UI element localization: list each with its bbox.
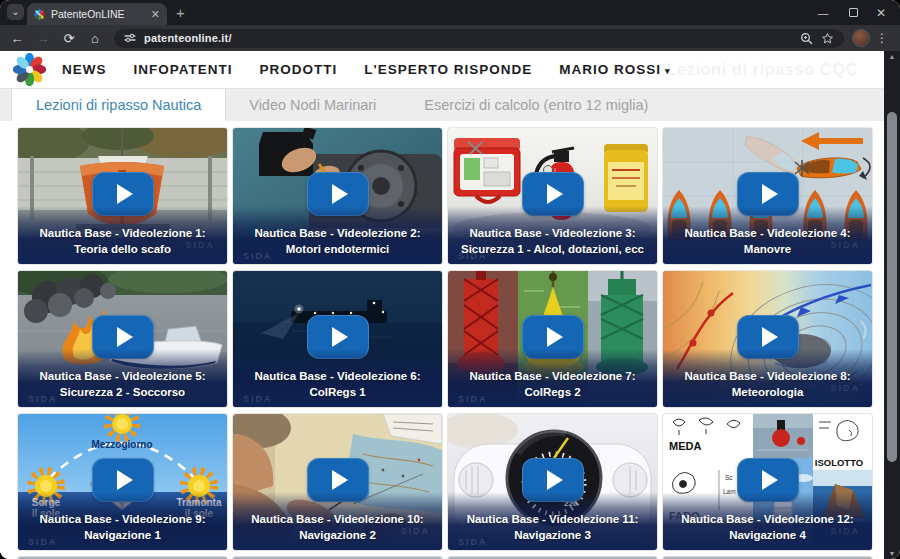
video-caption: Nautica Base - Videolezione 4:Manovre bbox=[663, 206, 872, 264]
video-caption: Nautica Base - Videolezione 8:Meteorolog… bbox=[663, 349, 872, 407]
video-caption: Nautica Base - Videolezione 12:Navigazio… bbox=[663, 492, 872, 550]
video-card-8[interactable]: Nautica Base - Videolezione 8:Meteorolog… bbox=[663, 271, 872, 407]
scrollbar-thumb[interactable] bbox=[887, 112, 897, 462]
user-menu-label: MARIO ROSSI bbox=[559, 62, 661, 77]
tab-esercizi-calcolo[interactable]: Esercizi di calcolo (entro 12 miglia) bbox=[400, 89, 672, 121]
sida-watermark: SIDA bbox=[185, 240, 215, 250]
browser-menu-button[interactable]: ⋮ bbox=[872, 31, 892, 45]
ghost-text: Lezioni di ripasso CQC bbox=[666, 60, 858, 79]
browser-window: ⌄ PatenteOnLINE ✕ + — ✕ bbox=[0, 0, 900, 559]
zoom-icon[interactable] bbox=[800, 32, 813, 45]
svg-text:MEDA: MEDA bbox=[669, 440, 701, 452]
sida-watermark: SIDA bbox=[458, 251, 488, 261]
video-card-6[interactable]: Nautica Base - Videolezione 6:ColRegs 1 … bbox=[233, 271, 442, 407]
video-card-5[interactable]: Nautica Base - Videolezione 5:Sicurezza … bbox=[18, 271, 227, 407]
site-settings-icon[interactable] bbox=[124, 32, 136, 44]
video-card-2[interactable]: Nautica Base - Videolezione 2:Motori end… bbox=[233, 128, 442, 264]
user-menu[interactable]: MARIO ROSSI▾ bbox=[559, 62, 670, 77]
sida-watermark: SIDA bbox=[830, 240, 860, 250]
video-card-12[interactable]: MEDA ISOLOTTO Sc Lam bbox=[663, 414, 872, 550]
video-card-10[interactable]: Nautica Base - Videolezione 10:Navigazio… bbox=[233, 414, 442, 550]
sida-watermark: SIDA bbox=[28, 537, 58, 547]
video-caption: Nautica Base - Videolezione 10:Navigazio… bbox=[233, 492, 442, 550]
video-card-3[interactable]: Nautica Base - Videolezione 3:Sicurezza … bbox=[448, 128, 657, 264]
page-scrollbar[interactable]: ▲ ▼ bbox=[884, 51, 900, 559]
scroll-down-icon[interactable]: ▼ bbox=[884, 550, 900, 557]
video-card-11[interactable]: 240 220 Nautica Base - Videolezione 11:N… bbox=[448, 414, 657, 550]
maximize-icon bbox=[849, 8, 858, 17]
tab-search-button[interactable]: ⌄ bbox=[7, 4, 24, 20]
minimize-button[interactable]: — bbox=[806, 0, 840, 25]
nav-item-prodotti[interactable]: PRODOTTI bbox=[260, 62, 338, 77]
browser-tab-strip: ⌄ PatenteOnLINE ✕ + — ✕ bbox=[0, 0, 900, 25]
content-tabs: Lezioni di ripasso Nautica Video Nodi Ma… bbox=[0, 88, 884, 121]
video-card-4[interactable]: Nautica Base - Videolezione 4:Manovre SI… bbox=[663, 128, 872, 264]
tab-video-nodi[interactable]: Video Nodi Marinari bbox=[225, 89, 400, 121]
site-logo[interactable] bbox=[13, 53, 46, 90]
sida-watermark: SIDA bbox=[243, 251, 273, 261]
profile-avatar[interactable] bbox=[852, 29, 870, 47]
address-bar[interactable]: patenteonline.it/ bbox=[114, 29, 844, 48]
web-page: NEWS INFOPATENTI PRODOTTI L'ESPERTO RISP… bbox=[0, 51, 900, 559]
nav-item-esperto[interactable]: L'ESPERTO RISPONDE bbox=[364, 62, 532, 77]
url-text: patenteonline.it/ bbox=[144, 32, 232, 44]
sida-watermark: SIDA bbox=[400, 526, 430, 536]
sida-watermark: SIDA bbox=[458, 537, 488, 547]
site-favicon bbox=[34, 9, 45, 20]
sida-watermark: SIDA bbox=[830, 383, 860, 393]
main-navigation: NEWS INFOPATENTI PRODOTTI L'ESPERTO RISP… bbox=[62, 51, 671, 88]
home-button[interactable]: ⌂ bbox=[82, 31, 108, 46]
video-caption: Nautica Base - Videolezione 1:Teoria del… bbox=[18, 206, 227, 264]
new-tab-button[interactable]: + bbox=[176, 5, 185, 20]
sida-watermark: SIDA bbox=[28, 394, 58, 404]
sida-watermark: SIDA bbox=[830, 526, 860, 536]
tab-title: PatenteOnLINE bbox=[51, 8, 145, 20]
nav-item-news[interactable]: NEWS bbox=[62, 62, 107, 77]
video-card-1[interactable]: Nautica Base - Videolezione 1:Teoria del… bbox=[18, 128, 227, 264]
browser-toolbar: ← → ⟳ ⌂ patenteonline.it/ ⋮ bbox=[0, 25, 900, 51]
svg-text:Sc: Sc bbox=[725, 474, 733, 481]
browser-tab[interactable]: PatenteOnLINE ✕ bbox=[27, 3, 167, 25]
close-window-button[interactable]: ✕ bbox=[864, 0, 898, 25]
scroll-up-icon[interactable]: ▲ bbox=[884, 53, 900, 60]
back-button[interactable]: ← bbox=[4, 31, 30, 46]
nav-item-infopatenti[interactable]: INFOPATENTI bbox=[134, 62, 233, 77]
tab-lezioni-nautica[interactable]: Lezioni di ripasso Nautica bbox=[12, 89, 225, 121]
forward-button[interactable]: → bbox=[30, 31, 56, 46]
site-header: NEWS INFOPATENTI PRODOTTI L'ESPERTO RISP… bbox=[0, 51, 884, 88]
svg-text:Mezzogiorno: Mezzogiorno bbox=[91, 439, 152, 450]
video-card-7[interactable]: Nautica Base - Videolezione 7:ColRegs 2 … bbox=[448, 271, 657, 407]
video-card-9[interactable]: Mezzogiorno Sorge il sole Tramonta il so… bbox=[18, 414, 227, 550]
close-tab-icon[interactable]: ✕ bbox=[151, 9, 160, 20]
sida-watermark: SIDA bbox=[243, 394, 273, 404]
sida-watermark: SIDA bbox=[458, 394, 488, 404]
caret-down-icon: ▾ bbox=[665, 66, 671, 76]
chevron-down-icon: ⌄ bbox=[11, 6, 19, 17]
bookmark-star-icon[interactable] bbox=[821, 32, 834, 45]
svg-text:ISOLOTTO: ISOLOTTO bbox=[815, 457, 863, 468]
video-grid: Nautica Base - Videolezione 1:Teoria del… bbox=[18, 128, 872, 559]
reload-button[interactable]: ⟳ bbox=[56, 31, 82, 46]
